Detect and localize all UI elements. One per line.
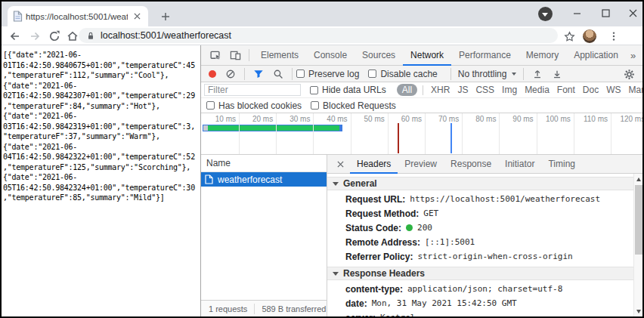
url-input[interactable]	[101, 30, 550, 41]
header-row: Referrer Policy:strict-origin-when-cross…	[327, 249, 633, 264]
filter-type-xhr[interactable]: XHR	[427, 85, 454, 95]
home-icon[interactable]	[65, 29, 80, 44]
checkbox-icon[interactable]	[206, 101, 215, 110]
detail-tabs: HeadersPreviewResponseInitiatorTiming	[350, 155, 582, 174]
header-value: strict-origin-when-cross-origin	[417, 252, 572, 261]
preserve-log-label: Preserve log	[308, 69, 359, 79]
search-icon[interactable]	[271, 67, 285, 81]
devtools-tab-elements[interactable]: Elements	[253, 45, 306, 66]
address-bar-row	[2, 26, 642, 45]
header-label: Request Method:	[345, 208, 419, 219]
filter-type-ws[interactable]: WS	[602, 85, 624, 95]
checkbox-icon[interactable]	[296, 69, 305, 78]
network-filter-bar: Hide data URLs AllXHRJSCSSImgMediaFontDo…	[201, 82, 642, 98]
name-column-header[interactable]: Name	[201, 155, 327, 172]
bookmark-star-icon[interactable]	[562, 29, 577, 44]
blocked-requests-checkbox[interactable]: Blocked Requests	[311, 100, 396, 111]
tab-title: https://localhost:5001/weatherfo	[26, 12, 128, 21]
lock-icon[interactable]	[86, 31, 95, 41]
filter-type-media[interactable]: Media	[521, 85, 553, 95]
tab-close-icon[interactable]	[131, 11, 143, 23]
more-tabs-chevron[interactable]: »	[626, 50, 640, 61]
browser-tab[interactable]: https://localhost:5001/weatherfo	[8, 6, 148, 26]
devtools-tab-performance[interactable]: Performance	[451, 45, 519, 66]
import-har-icon[interactable]	[531, 67, 544, 81]
inspect-element-icon[interactable]	[209, 48, 222, 62]
hide-data-urls-checkbox[interactable]: Hide data URLs	[310, 85, 386, 95]
request-rows: weatherforecast	[201, 172, 327, 187]
window-close-icon[interactable]	[623, 2, 642, 24]
header-label: Referrer Policy:	[345, 252, 413, 262]
disable-cache-checkbox[interactable]: Disable cache	[368, 69, 437, 79]
disclosure-triangle-icon	[333, 182, 339, 186]
devtools-tab-network[interactable]: Network	[403, 45, 451, 66]
header-row: content-type:application/json; charset=u…	[327, 282, 633, 296]
checkbox-icon[interactable]	[310, 86, 318, 94]
scrollbar-thumb[interactable]	[635, 185, 642, 255]
checkbox-icon[interactable]	[368, 69, 376, 78]
record-network-log-icon[interactable]	[209, 70, 216, 78]
profile-avatar[interactable]	[582, 29, 597, 44]
page-favicon-icon	[13, 11, 23, 22]
hide-data-urls-label: Hide data URLs	[322, 85, 386, 95]
scroll-down-icon[interactable]	[634, 307, 642, 316]
back-icon[interactable]	[8, 29, 23, 44]
devtools-tab-memory[interactable]: Memory	[519, 45, 566, 66]
detail-tab-timing[interactable]: Timing	[541, 155, 582, 174]
filter-type-font[interactable]: Font	[553, 85, 579, 95]
header-value: application/json; charset=utf-8	[407, 284, 562, 294]
filter-type-manifest[interactable]: Manifest	[625, 85, 644, 95]
devtools-tab-console[interactable]: Console	[306, 45, 355, 66]
detail-tab-initiator[interactable]: Initiator	[498, 155, 541, 174]
network-settings-gear-icon[interactable]	[622, 67, 636, 81]
has-blocked-cookies-checkbox[interactable]: Has blocked cookies	[206, 100, 302, 111]
browser-update-chevron-icon[interactable]	[535, 5, 555, 23]
filter-type-js[interactable]: JS	[454, 85, 472, 95]
detail-tab-headers[interactable]: Headers	[350, 155, 398, 174]
scrollbar[interactable]	[633, 174, 642, 316]
header-label: Remote Address:	[345, 237, 420, 248]
section-header-response-headers[interactable]: Response Headers	[327, 267, 633, 280]
network-controls-bar: Preserve log Disable cache No throttling	[201, 66, 642, 82]
network-overview-timeline[interactable]: 10 ms20 ms30 ms40 ms50 ms60 ms70 ms80 ms…	[201, 113, 642, 155]
detail-tab-preview[interactable]: Preview	[398, 155, 444, 174]
throttling-select[interactable]: No throttling	[458, 69, 517, 79]
chevron-down-icon	[512, 73, 516, 76]
document-icon	[205, 174, 213, 184]
request-row[interactable]: weatherforecast	[201, 172, 327, 187]
export-har-icon[interactable]	[550, 67, 564, 81]
minimize-button[interactable]	[567, 2, 587, 24]
filter-type-doc[interactable]: Doc	[579, 85, 602, 95]
blocked-filter-bar: Has blocked cookies Blocked Requests	[201, 98, 642, 113]
forward-icon[interactable]	[27, 29, 42, 44]
section-title: Response Headers	[343, 268, 425, 279]
devtools-tab-sources[interactable]: Sources	[355, 45, 403, 66]
new-tab-button[interactable]	[157, 8, 174, 25]
maximize-button[interactable]	[596, 2, 615, 24]
header-row: Request Method:GET	[327, 206, 633, 221]
browser-window: https://localhost:5001/weatherfo	[0, 0, 644, 318]
scroll-up-icon[interactable]	[634, 174, 642, 184]
detail-tab-response[interactable]: Response	[444, 155, 498, 174]
disclosure-triangle-icon	[333, 272, 339, 276]
address-field[interactable]	[79, 28, 558, 43]
reload-icon[interactable]	[47, 29, 62, 44]
checkbox-icon[interactable]	[311, 101, 319, 110]
header-value: GET	[423, 208, 438, 218]
disable-cache-label: Disable cache	[380, 69, 437, 79]
section-header-general[interactable]: General	[327, 177, 633, 190]
detail-close-icon[interactable]	[333, 157, 347, 171]
device-toolbar-icon[interactable]	[228, 48, 242, 62]
header-value: [::1]:5001	[425, 237, 475, 247]
filter-input[interactable]	[204, 84, 301, 96]
filter-type-img[interactable]: Img	[498, 85, 521, 95]
filter-funnel-icon[interactable]	[252, 67, 265, 81]
clear-network-log-icon[interactable]	[224, 67, 237, 81]
devtools-tab-application[interactable]: Application	[566, 45, 626, 66]
browser-menu-kebab-icon[interactable]	[606, 29, 621, 44]
preserve-log-checkbox[interactable]: Preserve log	[296, 69, 359, 79]
tab-strip: https://localhost:5001/weatherfo	[2, 2, 642, 26]
filter-type-css[interactable]: CSS	[472, 85, 498, 95]
request-waterfall-bar[interactable]	[203, 125, 342, 131]
filter-type-all[interactable]: All	[397, 84, 417, 96]
